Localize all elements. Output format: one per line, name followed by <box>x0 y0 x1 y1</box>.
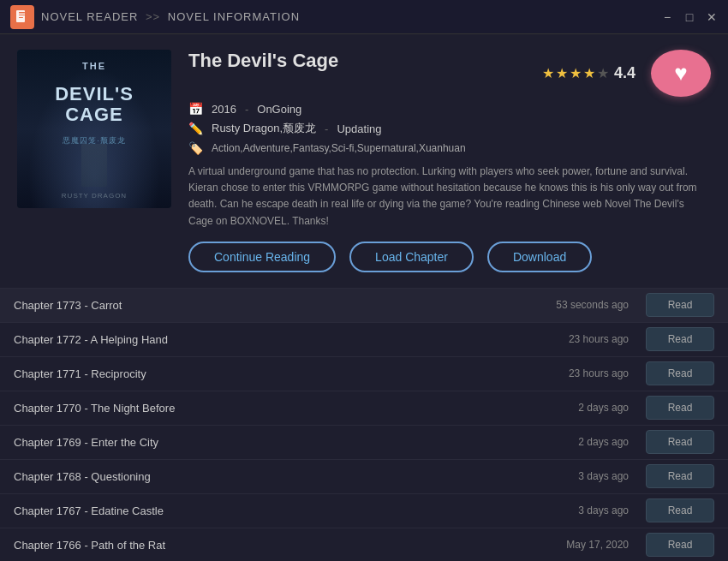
star-2: ★ <box>556 65 568 81</box>
table-row[interactable]: Chapter 1773 - Carrot 53 seconds ago Rea… <box>0 289 728 323</box>
table-row[interactable]: Chapter 1769 - Enter the City 2 days ago… <box>0 426 728 460</box>
app-title: NOVEL READER >> NOVEL INFORMATION <box>41 10 300 23</box>
table-row[interactable]: Chapter 1771 - Reciprocity 23 hours ago … <box>0 357 728 391</box>
chapter-name: Chapter 1773 - Carrot <box>14 299 517 312</box>
load-chapter-button[interactable]: Load Chapter <box>349 242 474 272</box>
table-row[interactable]: Chapter 1768 - Questioning 3 days ago Re… <box>0 460 728 494</box>
star-5: ★ <box>597 65 609 81</box>
year-status-row: 📅 2016 - OnGoing <box>188 102 711 116</box>
cover-figure <box>81 144 107 187</box>
chapter-list: Chapter 1773 - Carrot 53 seconds ago Rea… <box>0 288 728 561</box>
cover-author: RUSTY DRAGON <box>17 192 171 200</box>
svg-rect-1 <box>19 12 25 14</box>
main-content: THE DEVIL'S CAGE 恶魔囚笼·颓废龙 RUSTY DRAGON T… <box>0 34 728 561</box>
download-button[interactable]: Download <box>487 242 592 272</box>
svg-rect-3 <box>19 17 23 18</box>
close-button[interactable]: ✕ <box>706 11 718 23</box>
chapter-name: Chapter 1768 - Questioning <box>14 470 517 483</box>
calendar-icon: 📅 <box>188 102 203 116</box>
chapter-time: 3 days ago <box>517 504 646 516</box>
rating-number: 4.4 <box>614 64 636 82</box>
genre-row: 🏷️ Action,Adventure,Fantasy,Sci-fi,Super… <box>188 141 711 155</box>
novel-details: The Devil's Cage ★ ★ ★ ★ ★ 4.4 ♥ <box>188 50 711 272</box>
cover-title-top: THE <box>17 60 171 72</box>
author-row: ✏️ Rusty Dragon,颓废龙 - Updating <box>188 121 711 136</box>
table-row[interactable]: Chapter 1766 - Path of the Rat May 17, 2… <box>0 528 728 561</box>
favorite-button[interactable]: ♥ <box>651 50 711 97</box>
app-icon <box>10 5 34 29</box>
star-rating: ★ ★ ★ ★ ★ <box>542 65 609 81</box>
read-button[interactable]: Read <box>646 293 714 317</box>
cover-title-main: DEVIL'S CAGE <box>24 84 164 125</box>
table-row[interactable]: Chapter 1770 - The Night Before 2 days a… <box>0 391 728 426</box>
chapter-time: 53 seconds ago <box>517 299 646 311</box>
star-4: ★ <box>583 65 595 81</box>
action-buttons: Continue Reading Load Chapter Download <box>188 242 711 272</box>
chapter-time: 23 hours ago <box>517 367 646 379</box>
title-bar: NOVEL READER >> NOVEL INFORMATION − □ ✕ <box>0 0 728 34</box>
chapter-name: Chapter 1767 - Edatine Castle <box>14 504 517 517</box>
chapter-time: May 17, 2020 <box>517 539 646 551</box>
chapter-name: Chapter 1772 - A Helping Hand <box>14 333 517 346</box>
star-1: ★ <box>542 65 554 81</box>
novel-info-section: THE DEVIL'S CAGE 恶魔囚笼·颓废龙 RUSTY DRAGON T… <box>0 34 728 288</box>
read-button[interactable]: Read <box>646 533 714 557</box>
read-button[interactable]: Read <box>646 327 714 351</box>
novel-cover: THE DEVIL'S CAGE 恶魔囚笼·颓废龙 RUSTY DRAGON <box>17 50 171 208</box>
chapter-time: 23 hours ago <box>517 333 646 345</box>
pen-icon: ✏️ <box>188 122 203 135</box>
novel-year: 2016 <box>212 103 236 116</box>
title-bar-left: NOVEL READER >> NOVEL INFORMATION <box>10 5 300 29</box>
chapter-time: 2 days ago <box>517 402 646 414</box>
window-controls[interactable]: − □ ✕ <box>661 11 718 23</box>
read-button[interactable]: Read <box>646 396 714 420</box>
title-rating-row: The Devil's Cage ★ ★ ★ ★ ★ 4.4 ♥ <box>188 50 711 97</box>
tag-icon: 🏷️ <box>188 141 203 155</box>
chapter-name: Chapter 1771 - Reciprocity <box>14 367 517 380</box>
read-button[interactable]: Read <box>646 498 714 522</box>
chapter-time: 3 days ago <box>517 470 646 482</box>
novel-genres: Action,Adventure,Fantasy,Sci-fi,Supernat… <box>212 142 466 154</box>
read-button[interactable]: Read <box>646 430 714 454</box>
chapter-name: Chapter 1766 - Path of the Rat <box>14 539 517 552</box>
read-button[interactable]: Read <box>646 464 714 488</box>
star-3: ★ <box>570 65 582 81</box>
chapter-name: Chapter 1770 - The Night Before <box>14 402 517 415</box>
read-button[interactable]: Read <box>646 361 714 385</box>
table-row[interactable]: Chapter 1772 - A Helping Hand 23 hours a… <box>0 323 728 357</box>
chapter-time: 2 days ago <box>517 436 646 448</box>
rating-area: ★ ★ ★ ★ ★ 4.4 <box>542 64 636 82</box>
novel-status: OnGoing <box>257 103 301 116</box>
novel-update-status: Updating <box>337 122 381 135</box>
minimize-button[interactable]: − <box>661 11 673 23</box>
svg-rect-2 <box>19 15 25 15</box>
table-row[interactable]: Chapter 1767 - Edatine Castle 3 days ago… <box>0 494 728 528</box>
maximize-button[interactable]: □ <box>683 11 695 23</box>
chapter-name: Chapter 1769 - Enter the City <box>14 436 517 449</box>
continue-reading-button[interactable]: Continue Reading <box>188 242 336 272</box>
novel-title: The Devil's Cage <box>188 50 338 72</box>
novel-author: Rusty Dragon,颓废龙 <box>212 121 316 136</box>
novel-description: A virtual underground game that has no p… <box>188 164 711 230</box>
